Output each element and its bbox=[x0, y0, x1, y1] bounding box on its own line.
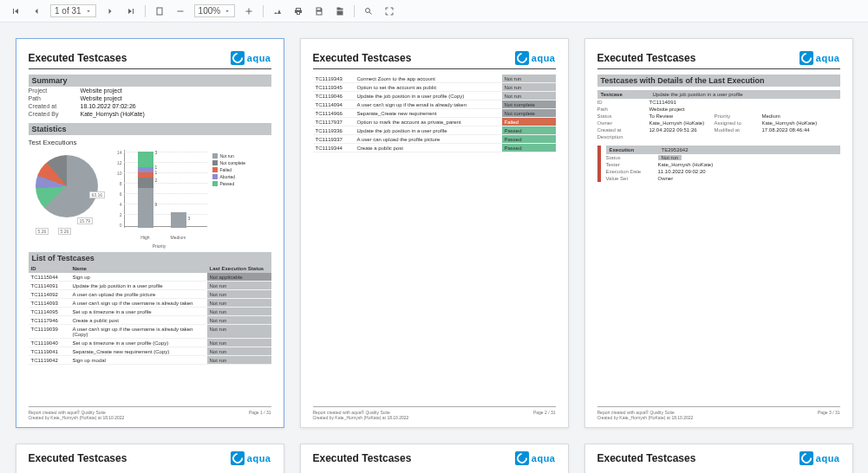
aqua-logo: aqua bbox=[231, 51, 271, 65]
aqua-logo: aqua bbox=[515, 451, 556, 465]
table-row: TC1119343Connect Zoom to the app account… bbox=[313, 75, 556, 83]
table-row: TC1119042Sign up modalNot run bbox=[29, 356, 271, 365]
table-row: TC1114094A user can't sign up if the ema… bbox=[313, 100, 556, 109]
execution-block: Execution TE2952642 StatusNot runTesterK… bbox=[597, 146, 840, 182]
report-page-2[interactable]: Executed Testcases aqua TC1119343Connect… bbox=[300, 38, 569, 428]
summary-row: ProjectWebsite project bbox=[29, 87, 271, 94]
aqua-logo: aqua bbox=[231, 451, 271, 465]
page-title: Executed Testcases bbox=[597, 452, 696, 464]
table-row: TC1117946Create a public postNot run bbox=[29, 316, 271, 325]
charts-area: 15.79 5.26 5.26 63.16 14 12 10 8 6 4 2 0 bbox=[29, 150, 271, 245]
aqua-logo-text: aqua bbox=[247, 53, 271, 63]
bar-chart: 14 12 10 8 6 4 2 0 3 1 bbox=[112, 150, 207, 245]
separator bbox=[263, 5, 264, 17]
aqua-logo-icon bbox=[231, 51, 245, 65]
page-title: Executed Testcases bbox=[313, 452, 412, 464]
legend-item: Not run bbox=[212, 153, 264, 159]
report-page-5[interactable]: Executed Testcases aqua bbox=[300, 444, 569, 473]
save-button[interactable] bbox=[312, 4, 326, 18]
section-summary: Summary bbox=[29, 75, 271, 87]
highlight-button[interactable] bbox=[271, 4, 284, 18]
bar-high bbox=[138, 152, 153, 228]
section-details: Testcases with Details of the Last Execu… bbox=[597, 75, 840, 87]
print-button[interactable] bbox=[291, 4, 305, 18]
legend-item: Not complete bbox=[212, 160, 264, 165]
summary-row: PathWebsite project bbox=[29, 94, 271, 102]
report-toolbar: 1 of 31 100% bbox=[0, 0, 868, 23]
report-page-3[interactable]: Executed Testcases aqua Testcases with D… bbox=[584, 38, 853, 428]
table-row: TC1119040Set up a timezone in a user pro… bbox=[29, 339, 271, 347]
report-page-6[interactable]: Executed Testcases aqua bbox=[584, 444, 853, 473]
testcases-table-cont: TC1119343Connect Zoom to the app account… bbox=[313, 75, 556, 152]
aqua-logo-text: aqua bbox=[816, 53, 840, 63]
table-row: TC1119336Update the job position in a us… bbox=[313, 126, 556, 135]
table-row: TC1114091Update the job position in a us… bbox=[29, 282, 271, 290]
page-footer: Report created with aqua® Quality Suite … bbox=[597, 406, 840, 420]
detail-row: PathWebsite project bbox=[597, 106, 840, 113]
svg-point-1 bbox=[366, 8, 370, 12]
summary-row: Created ByKate_Hornysh (HoKate) bbox=[29, 110, 271, 118]
separator bbox=[145, 5, 146, 17]
table-row: TC1114093A user can't sign up if the use… bbox=[29, 299, 271, 308]
fullscreen-button[interactable] bbox=[382, 4, 396, 18]
zoom-in-button[interactable] bbox=[242, 4, 256, 18]
table-row: TC1119041Separate_Create new requirement… bbox=[29, 347, 271, 356]
page-title: Executed Testcases bbox=[313, 52, 412, 64]
testcase-band: Testcase Update the job position in a us… bbox=[597, 90, 840, 99]
table-row: TC1114966Separate_Create new requirement… bbox=[313, 109, 556, 118]
legend-item: Failed bbox=[212, 167, 264, 172]
bar-medium bbox=[171, 212, 186, 228]
detail-row: StatusTo ReviewPriorityMedium bbox=[597, 113, 840, 120]
page-title: Executed Testcases bbox=[597, 52, 696, 64]
aqua-logo: aqua bbox=[515, 51, 556, 65]
detail-row: Description bbox=[597, 133, 840, 140]
next-page-button[interactable] bbox=[103, 4, 117, 18]
exec-row: StatusNot run bbox=[606, 154, 840, 161]
report-viewer: Executed Testcases aqua Summary ProjectW… bbox=[0, 23, 868, 473]
table-row: TC1114095Set up a timezone in a user pro… bbox=[29, 308, 271, 316]
table-row: TC1114092A user can upload the profile p… bbox=[29, 290, 271, 299]
table-row: TC1119039A user can't sign up if the use… bbox=[29, 325, 271, 339]
aqua-logo-icon bbox=[515, 51, 529, 65]
detail-row: Created at12.04.2022 09:51:26Modified at… bbox=[597, 126, 840, 133]
last-page-button[interactable] bbox=[124, 4, 138, 18]
prev-page-button[interactable] bbox=[29, 4, 43, 18]
legend-item: Passed bbox=[212, 181, 264, 186]
report-page-4[interactable]: Executed Testcases aqua bbox=[16, 444, 284, 473]
aqua-logo-icon bbox=[799, 51, 813, 65]
page-footer: Report created with aqua® Quality Suite … bbox=[29, 406, 271, 420]
summary-row: Created at18.10.2022 07:02:26 bbox=[29, 102, 271, 110]
page-footer: Report created with aqua® Quality Suite … bbox=[313, 406, 556, 420]
report-page-1[interactable]: Executed Testcases aqua Summary ProjectW… bbox=[16, 38, 284, 428]
search-button[interactable] bbox=[362, 4, 375, 18]
exec-row: TesterKate_Hornysh (HoKate) bbox=[606, 161, 840, 168]
page-title: Executed Testcases bbox=[29, 52, 127, 64]
first-page-button[interactable] bbox=[9, 4, 23, 18]
table-row: TC1119344Create a public postPassed bbox=[313, 144, 556, 152]
svg-rect-0 bbox=[157, 8, 162, 15]
aqua-logo-text: aqua bbox=[532, 53, 556, 63]
chart-legend: Not runNot completeFailedAbortedPassed bbox=[212, 150, 264, 245]
pie-chart: 15.79 5.26 5.26 63.16 bbox=[29, 150, 107, 245]
legend-item: Aborted bbox=[212, 174, 264, 179]
aqua-logo: aqua bbox=[799, 51, 840, 65]
table-row: TC1119046Update the job position in a us… bbox=[313, 92, 556, 100]
table-row: TC1117937Option to mark the account as p… bbox=[313, 118, 556, 126]
single-page-view-button[interactable] bbox=[153, 4, 166, 18]
table-row: TC1115044Sign upNot applicable bbox=[29, 273, 271, 282]
aqua-logo: aqua bbox=[799, 451, 840, 465]
export-button[interactable] bbox=[333, 4, 347, 18]
zoom-out-button[interactable] bbox=[173, 4, 187, 18]
separator bbox=[354, 5, 355, 17]
section-statistics: Statistics bbox=[29, 123, 271, 135]
exec-row: Execution Date11.10.2022 09:02:20 bbox=[606, 168, 840, 175]
page-indicator[interactable]: 1 of 31 bbox=[50, 4, 96, 17]
table-row: TC1119345Option to set the account as pu… bbox=[313, 83, 556, 92]
table-row: TC1119337A user can upload the profile p… bbox=[313, 135, 556, 144]
detail-row: OwnerKate_Hornysh (HoKate)Assigned toKat… bbox=[597, 120, 840, 126]
detail-row: IDTC1114091 bbox=[597, 99, 840, 106]
zoom-indicator[interactable]: 100% bbox=[194, 4, 236, 17]
section-test-executions: Test Executions bbox=[29, 139, 271, 146]
exec-row: Value SetOwner bbox=[606, 175, 840, 182]
testcases-table: ID Name Last Execution Status TC1115044S… bbox=[29, 264, 271, 365]
